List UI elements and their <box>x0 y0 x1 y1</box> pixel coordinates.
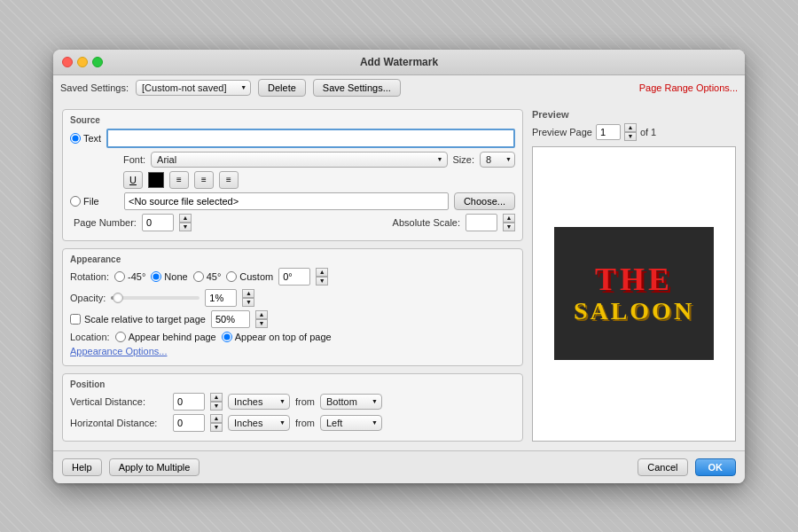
opacity-down[interactable]: ▼ <box>242 298 254 307</box>
absolute-scale-down[interactable]: ▼ <box>503 223 515 231</box>
horizontal-down[interactable]: ▼ <box>210 423 223 432</box>
color-swatch[interactable] <box>148 172 164 188</box>
font-label: Font: <box>123 154 145 165</box>
preview-box: THE SALOON <box>532 146 736 442</box>
page-range-link[interactable]: Page Range Options... <box>639 82 738 93</box>
horizontal-distance-row: Horizontal Distance: ▲ ▼ Inches from Lef… <box>70 414 515 432</box>
source-label: Source <box>70 115 515 125</box>
help-button[interactable]: Help <box>62 458 102 476</box>
page-number-up[interactable]: ▲ <box>179 214 192 223</box>
preview-panel: Preview Preview Page ▲ ▼ of 1 THE SALOON <box>532 109 736 442</box>
rotation-up[interactable]: ▲ <box>316 268 328 277</box>
size-dropdown[interactable]: 8 <box>480 152 515 168</box>
appearance-section: Appearance Rotation: -45° None 45° <box>62 248 523 366</box>
vertical-input[interactable] <box>173 393 205 411</box>
source-section: Source Text Font: Arial Size: <box>62 109 523 241</box>
close-button[interactable] <box>62 57 73 67</box>
appearance-options-row: Appearance Options... <box>70 346 515 356</box>
location-row: Location: Appear behind page Appear on t… <box>70 332 515 342</box>
vertical-stepper[interactable]: ▲ ▼ <box>210 393 223 411</box>
rotation-neg45-radio[interactable] <box>114 271 125 282</box>
rotation-pos45-radio[interactable] <box>193 271 204 282</box>
vertical-unit-dropdown[interactable]: Inches <box>228 394 290 410</box>
apply-button[interactable]: Apply to Multiple <box>109 458 200 476</box>
saved-settings-label: Saved Settings: <box>60 82 129 93</box>
align-center-button[interactable]: ≡ <box>194 171 214 189</box>
left-panel: Source Text Font: Arial Size: <box>62 109 523 442</box>
absolute-scale-up[interactable]: ▲ <box>503 214 515 223</box>
file-input[interactable] <box>124 192 449 210</box>
rotation-custom-label[interactable]: Custom <box>226 271 273 282</box>
preview-image: THE SALOON <box>554 227 714 360</box>
preview-page-up[interactable]: ▲ <box>624 123 637 132</box>
saved-settings-dropdown[interactable]: [Custom-not saved] <box>136 80 251 96</box>
location-behind-radio[interactable] <box>115 332 126 342</box>
absolute-scale-input[interactable] <box>466 214 497 231</box>
font-dropdown[interactable]: Arial <box>151 152 447 168</box>
preview-page-stepper[interactable]: ▲ ▼ <box>624 123 637 141</box>
preview-page-down[interactable]: ▼ <box>624 132 637 141</box>
opacity-stepper[interactable]: ▲ ▼ <box>242 289 254 307</box>
preview-page-input[interactable] <box>596 124 621 140</box>
rotation-custom-radio[interactable] <box>226 271 237 282</box>
opacity-up[interactable]: ▲ <box>242 289 254 298</box>
choose-button[interactable]: Choose... <box>454 192 515 210</box>
cancel-button[interactable]: Cancel <box>638 458 687 476</box>
rotation-pos45-label[interactable]: 45° <box>193 271 222 282</box>
ok-button[interactable]: OK <box>695 458 737 476</box>
scale-input[interactable] <box>211 310 250 328</box>
rotation-neg45-label[interactable]: -45° <box>114 271 145 282</box>
horizontal-up[interactable]: ▲ <box>210 414 223 423</box>
horizontal-stepper[interactable]: ▲ ▼ <box>210 414 223 432</box>
vertical-from-dropdown[interactable]: Bottom <box>320 394 382 410</box>
rotation-none-radio[interactable] <box>151 271 161 282</box>
align-left-button[interactable]: ≡ <box>169 171 189 189</box>
preview-the-text: THE <box>595 263 673 295</box>
delete-button[interactable]: Delete <box>258 79 306 97</box>
location-behind-label[interactable]: Appear behind page <box>115 332 216 342</box>
preview-saloon-text: SALOON <box>574 299 694 324</box>
vertical-down[interactable]: ▼ <box>210 402 223 411</box>
scale-checkbox-label[interactable]: Scale relative to target page <box>70 314 206 325</box>
scale-down[interactable]: ▼ <box>255 319 268 328</box>
horizontal-from-dropdown[interactable]: Left <box>320 415 382 431</box>
maximize-button[interactable] <box>92 57 103 67</box>
scale-stepper[interactable]: ▲ ▼ <box>255 310 268 328</box>
horizontal-input[interactable] <box>173 414 205 432</box>
traffic-lights <box>62 57 103 67</box>
opacity-thumb[interactable] <box>113 293 123 303</box>
file-radio[interactable] <box>70 196 81 207</box>
vertical-up[interactable]: ▲ <box>210 393 223 402</box>
page-number-input[interactable] <box>142 214 174 231</box>
underline-button[interactable]: U <box>123 171 143 189</box>
rotation-none-label[interactable]: None <box>151 271 187 282</box>
minimize-button[interactable] <box>77 57 88 67</box>
opacity-input[interactable] <box>205 289 237 307</box>
page-number-down[interactable]: ▼ <box>179 223 192 231</box>
appearance-options-link[interactable]: Appearance Options... <box>70 346 167 356</box>
text-radio-label[interactable]: Text <box>70 133 101 144</box>
vertical-from-label: from <box>295 396 315 407</box>
absolute-scale-stepper[interactable]: ▲ ▼ <box>503 214 515 231</box>
window-title: Add Watermark <box>360 56 438 68</box>
position-section: Position Vertical Distance: ▲ ▼ Inches f… <box>62 373 523 442</box>
vertical-label: Vertical Distance: <box>70 396 168 407</box>
text-input[interactable] <box>106 129 515 148</box>
rotation-stepper[interactable]: ▲ ▼ <box>316 268 328 286</box>
align-right-button[interactable]: ≡ <box>219 171 239 189</box>
page-number-stepper[interactable]: ▲ ▼ <box>179 214 192 231</box>
save-settings-button[interactable]: Save Settings... <box>313 79 401 97</box>
scale-up[interactable]: ▲ <box>255 310 268 319</box>
location-ontop-label[interactable]: Appear on top of page <box>222 332 332 342</box>
text-radio[interactable] <box>70 133 81 144</box>
text-source-row: Text <box>70 129 515 148</box>
rotation-custom-input[interactable] <box>278 268 310 286</box>
rotation-down[interactable]: ▼ <box>316 277 328 286</box>
rotation-label: Rotation: <box>70 271 109 282</box>
horizontal-unit-dropdown[interactable]: Inches <box>228 415 290 431</box>
page-number-row: Page Number: ▲ ▼ Absolute Scale: ▲ ▼ <box>70 214 515 231</box>
scale-checkbox[interactable] <box>70 314 81 325</box>
file-radio-label[interactable]: File <box>70 196 119 207</box>
location-ontop-radio[interactable] <box>222 332 232 342</box>
opacity-slider[interactable] <box>111 296 200 300</box>
